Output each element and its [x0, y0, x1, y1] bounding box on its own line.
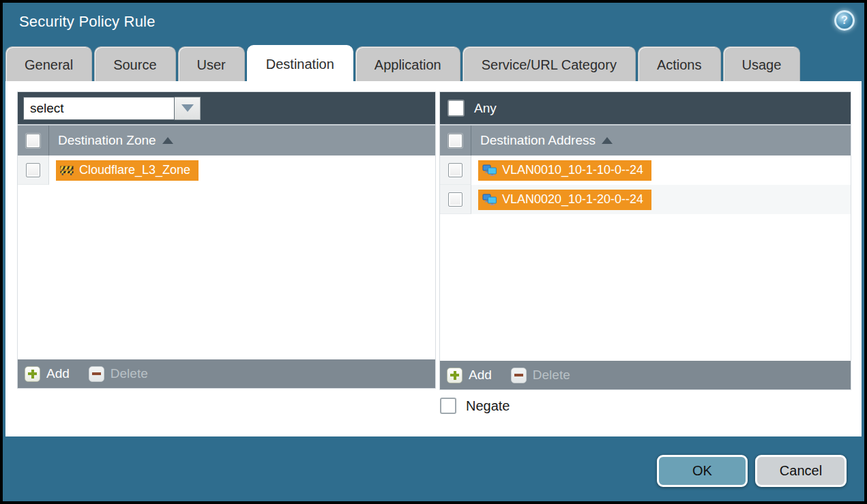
row-checkbox[interactable]	[448, 192, 462, 207]
zone-select-dropdown-button[interactable]	[175, 97, 201, 120]
row-checkbox[interactable]	[26, 163, 40, 177]
address-toolbar: Any	[440, 92, 851, 124]
any-label: Any	[474, 101, 497, 116]
tab-application[interactable]: Application	[355, 46, 460, 83]
zone-item-label: Cloudflare_L3_Zone	[79, 163, 190, 177]
address-item-label: VLAN0010_10-1-10-0--24	[502, 163, 643, 177]
address-select-all-cell	[440, 125, 471, 155]
dialog-title: Security Policy Rule	[19, 13, 156, 31]
any-checkbox[interactable]	[448, 100, 464, 116]
security-policy-rule-dialog: Security Policy Rule ? General Source Us…	[0, 0, 867, 504]
zone-column-label: Destination Zone	[58, 133, 156, 148]
tab-destination[interactable]: Destination	[247, 45, 353, 83]
address-icon	[482, 164, 497, 176]
zone-icon	[60, 165, 74, 176]
tab-user[interactable]: User	[178, 46, 245, 83]
address-footer: Add Delete	[440, 361, 851, 389]
zone-select-all-checkbox[interactable]	[26, 134, 40, 148]
tab-general[interactable]: General	[5, 46, 92, 83]
address-item-chip[interactable]: VLAN0020_10-1-20-0--24	[478, 190, 651, 210]
address-item-chip[interactable]: VLAN0010_10-1-10-0--24	[478, 160, 651, 181]
delete-icon	[89, 366, 104, 382]
negate-checkbox[interactable]	[440, 398, 456, 414]
address-icon	[482, 194, 497, 205]
negate-option: Negate	[440, 398, 510, 414]
tab-actions[interactable]: Actions	[638, 46, 721, 83]
delete-icon	[511, 368, 527, 383]
destination-address-panel: Any Destination Address	[440, 92, 851, 389]
address-select-all-checkbox[interactable]	[448, 134, 462, 148]
add-icon	[447, 368, 462, 383]
address-item-label: VLAN0020_10-1-20-0--24	[502, 192, 643, 207]
tab-service-url-category[interactable]: Service/URL Category	[462, 46, 636, 83]
add-zone-button[interactable]: Add	[25, 366, 70, 382]
help-glyph: ?	[841, 14, 848, 27]
zone-footer: Add Delete	[18, 359, 435, 388]
address-column-sort[interactable]: Destination Address	[471, 125, 613, 155]
zone-toolbar	[18, 92, 435, 124]
tab-source[interactable]: Source	[94, 46, 175, 83]
zone-column-header: Destination Zone	[18, 124, 435, 155]
address-list: VLAN0010_10-1-10-0--24	[440, 155, 851, 361]
row-checkbox-cell	[440, 155, 471, 185]
delete-address-button[interactable]: Delete	[511, 368, 570, 383]
table-row: VLAN0020_10-1-20-0--24	[440, 185, 851, 214]
sort-ascending-icon	[602, 137, 613, 144]
add-address-button[interactable]: Add	[447, 368, 492, 383]
delete-zone-button[interactable]: Delete	[89, 366, 148, 382]
tab-content: Destination Zone	[5, 81, 862, 436]
help-icon[interactable]: ?	[834, 10, 855, 31]
sort-ascending-icon	[162, 137, 173, 144]
zone-list: Cloudflare_L3_Zone	[18, 155, 435, 359]
negate-label: Negate	[466, 398, 510, 414]
table-row: Cloudflare_L3_Zone	[18, 155, 435, 185]
chevron-down-icon	[181, 104, 194, 112]
tab-usage[interactable]: Usage	[723, 46, 801, 83]
ok-button[interactable]: OK	[657, 455, 748, 487]
row-checkbox-cell	[440, 185, 471, 214]
zone-select-input[interactable]	[23, 97, 175, 120]
row-checkbox-cell	[18, 155, 49, 185]
zone-column-sort[interactable]: Destination Zone	[49, 125, 173, 155]
address-column-label: Destination Address	[480, 133, 596, 148]
tab-strip: General Source User Destination Applicat…	[5, 45, 800, 83]
destination-zone-panel: Destination Zone	[18, 92, 435, 388]
add-icon	[25, 366, 40, 382]
address-column-header: Destination Address	[440, 124, 851, 155]
zone-select-all-cell	[18, 125, 49, 155]
zone-item-chip[interactable]: Cloudflare_L3_Zone	[56, 160, 199, 181]
cancel-button[interactable]: Cancel	[755, 455, 847, 487]
table-row: VLAN0010_10-1-10-0--24	[440, 155, 851, 185]
row-checkbox[interactable]	[448, 163, 462, 177]
